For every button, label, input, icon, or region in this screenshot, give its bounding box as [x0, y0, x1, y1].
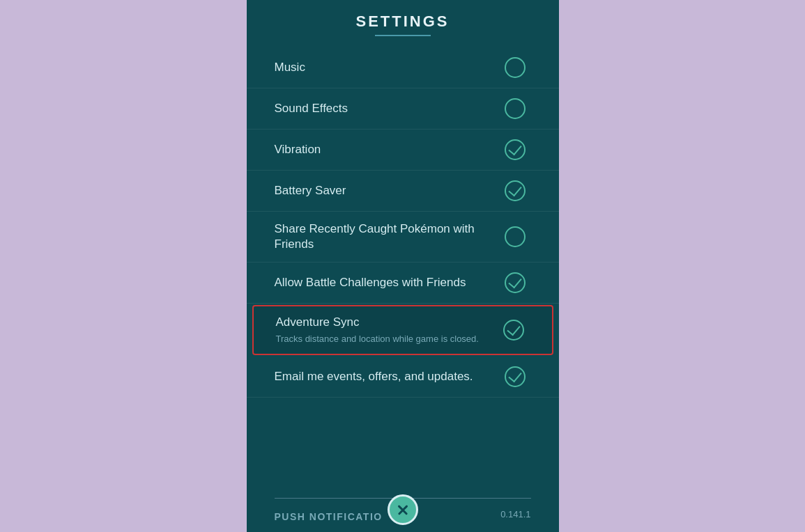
setting-toggle-adventure-sync[interactable] — [503, 320, 524, 341]
settings-title: SETTINGS — [247, 13, 559, 31]
phone-panel: SETTINGS MusicSound EffectsVibrationBatt… — [247, 0, 559, 532]
setting-item-adventure-sync[interactable]: Adventure SyncTracks distance and locati… — [252, 305, 553, 355]
setting-label-battle-challenges: Allow Battle Challenges with Friends — [275, 275, 505, 290]
settings-list: MusicSound EffectsVibrationBattery Saver… — [247, 40, 559, 495]
setting-label-battery-saver: Battery Saver — [275, 183, 505, 198]
setting-toggle-vibration[interactable] — [505, 139, 526, 160]
setting-item-battery-saver[interactable]: Battery Saver — [247, 171, 559, 212]
version-text: 0.141.1 — [500, 509, 530, 519]
setting-item-share-pokemon[interactable]: Share Recently Caught Pokémon with Frien… — [247, 212, 559, 263]
setting-label-adventure-sync: Adventure Sync — [276, 315, 503, 330]
header-divider — [375, 35, 431, 36]
setting-label-email-updates: Email me events, offers, and updates. — [275, 369, 505, 384]
setting-toggle-music[interactable] — [505, 57, 526, 78]
setting-toggle-share-pokemon[interactable] — [505, 226, 526, 247]
setting-label-sound-effects: Sound Effects — [275, 101, 505, 116]
setting-sublabel-adventure-sync: Tracks distance and location while game … — [276, 333, 503, 345]
setting-toggle-battery-saver[interactable] — [505, 180, 526, 201]
background-right — [559, 0, 806, 532]
setting-label-share-pokemon: Share Recently Caught Pokémon with Frien… — [275, 221, 505, 252]
setting-label-music: Music — [275, 60, 505, 75]
setting-toggle-sound-effects[interactable] — [505, 98, 526, 119]
setting-toggle-battle-challenges[interactable] — [505, 272, 526, 293]
setting-item-sound-effects[interactable]: Sound Effects — [247, 88, 559, 130]
setting-item-vibration[interactable]: Vibration — [247, 130, 559, 171]
setting-item-music[interactable]: Music — [247, 47, 559, 88]
setting-toggle-email-updates[interactable] — [505, 366, 526, 387]
setting-item-email-updates[interactable]: Email me events, offers, and updates. — [247, 357, 559, 398]
background-left — [0, 0, 247, 532]
setting-item-battle-challenges[interactable]: Allow Battle Challenges with Friends — [247, 263, 559, 304]
close-button[interactable] — [388, 494, 418, 525]
setting-label-vibration: Vibration — [275, 142, 505, 157]
settings-header: SETTINGS — [247, 0, 559, 40]
